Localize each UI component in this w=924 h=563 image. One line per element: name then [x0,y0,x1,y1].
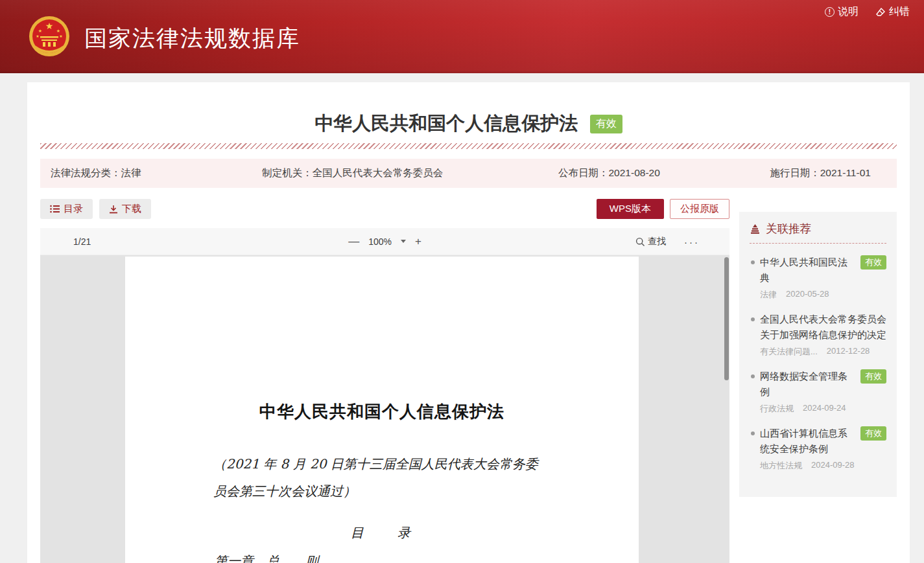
viewer-toolbar: 1/21 — 100% + 查找 [40,228,729,255]
doc-title-row: 中华人民共和国个人信息保护法 有效 [40,82,897,141]
pdf-toc-heading: 目 录 [125,524,639,542]
related-item-title[interactable]: 山西省计算机信息系统安全保护条例 [760,426,855,457]
related-item-body: 网络数据安全管理条例 有效 行政法规 2024-09-24 [760,369,886,415]
search-icon [635,237,645,247]
pdf-doc-title: 中华人民共和国个人信息保护法 [125,400,639,423]
pdf-scrollbar[interactable] [724,257,729,380]
meta-publish-label: 公布日期： [558,167,609,178]
main-column: 目录 下载 WPS版本 公报原版 1/21 — [40,199,729,563]
error-correction-label: 纠错 [889,5,910,19]
doc-title: 中华人民共和国个人信息保护法 [314,111,578,137]
content-card: 中华人民共和国个人信息保护法 有效 法律法规分类：法律 制定机关：全国人民代表大… [27,82,910,563]
info-icon: ! [825,7,835,17]
pdf-subtitle: （2021 年 8 月 20 日第十三届全国人民代表大会常务委 员会第三十次会议… [125,450,639,505]
zoom-out-button[interactable]: — [348,236,359,247]
related-item-top: 全国人民代表大会常务委员会关于加强网络信息保护的决定 [760,312,886,343]
download-button[interactable]: 下载 [99,199,151,219]
site-title: 国家法律法规数据库 [84,23,300,54]
find-button-label: 查找 [648,236,666,247]
pdf-chapter-line: 第一章 总 则 [125,553,639,563]
related-item: 全国人民代表大会常务委员会关于加强网络信息保护的决定 有关法律问题... 201… [750,312,886,358]
bullet-icon [751,317,755,321]
more-options-button[interactable]: ··· [684,236,700,247]
help-link[interactable]: ! 说明 [825,5,859,19]
related-item-meta: 地方性法规 2024-09-28 [760,460,886,472]
meta-effective-value: 2021-11-01 [820,167,871,178]
zoom-dropdown-caret[interactable] [401,240,406,243]
list-icon [50,205,60,213]
find-button[interactable]: 查找 [635,236,666,247]
error-correction-link[interactable]: 纠错 [875,5,910,19]
pdf-viewer: 1/21 — 100% + 查找 [40,228,729,563]
wps-version-button[interactable]: WPS版本 [597,199,664,219]
svg-text:★: ★ [38,29,42,33]
meta-effective-date: 施行日期：2021-11-01 [770,167,897,180]
main-row: 目录 下载 WPS版本 公报原版 1/21 — [40,199,897,563]
download-icon [109,205,118,214]
national-emblem-logo: ★ ★ ★ ★ ★ [29,16,70,57]
related-item-category: 地方性法规 [760,460,802,472]
svg-text:★: ★ [56,29,60,33]
download-button-label: 下载 [122,203,141,215]
bullet-icon [751,260,755,264]
related-item: 网络数据安全管理条例 有效 行政法规 2024-09-24 [750,369,886,415]
meta-category-value: 法律 [121,167,141,178]
meta-effective-label: 施行日期： [770,167,820,178]
related-divider [750,243,886,244]
pdf-subtitle-line1: （2021 年 8 月 20 日第十三届全国人民代表大会常务委 [213,450,551,477]
meta-publish-date: 公布日期：2021-08-20 [558,167,770,180]
meta-publish-value: 2021-08-20 [609,167,660,178]
stack-icon [750,224,761,234]
help-link-label: 说明 [838,5,859,19]
svg-text:★: ★ [45,21,54,31]
hatched-divider [40,143,897,149]
related-item: 山西省计算机信息系统安全保护条例 有效 地方性法规 2024-09-28 [750,426,886,472]
eraser-icon [875,7,886,17]
related-item-date: 2024-09-24 [803,403,846,415]
bullet-icon [751,431,755,435]
related-item: 中华人民共和国民法典 有效 法律 2020-05-28 [750,255,886,301]
related-item-date: 2020-05-28 [786,289,829,301]
related-item-body: 山西省计算机信息系统安全保护条例 有效 地方性法规 2024-09-28 [760,426,886,472]
status-badge: 有效 [590,115,622,133]
related-item-title[interactable]: 网络数据安全管理条例 [760,369,855,400]
meta-category: 法律法规分类：法律 [51,167,262,180]
related-header: 关联推荐 [750,221,886,236]
meta-category-label: 法律法规分类： [51,167,121,178]
related-item-category: 法律 [760,289,777,301]
bullet-icon [751,374,755,378]
pdf-subtitle-line2: 员会第三十次会议通过） [213,477,551,505]
toolbar-right: 查找 ··· [635,228,700,255]
toc-button[interactable]: 目录 [40,199,93,219]
pdf-area: 中华人民共和国个人信息保护法 （2021 年 8 月 20 日第十三届全国人民代… [40,255,729,563]
related-item-meta: 法律 2020-05-28 [760,289,886,301]
related-item-date: 2024-09-28 [811,460,855,472]
meta-bar: 法律法规分类：法律 制定机关：全国人民代表大会常务委员会 公布日期：2021-0… [40,159,897,188]
sidebar: 关联推荐 中华人民共和国民法典 有效 法律 2020-05-28 [739,212,897,563]
related-item-top: 中华人民共和国民法典 有效 [760,255,886,286]
related-status-badge: 有效 [860,369,886,384]
related-item-title[interactable]: 中华人民共和国民法典 [760,255,855,286]
related-item-date: 2012-12-28 [827,346,870,358]
related-header-title: 关联推荐 [766,221,811,236]
related-item-category: 有关法律问题... [760,346,818,358]
zoom-level: 100% [368,236,392,247]
related-item-title[interactable]: 全国人民代表大会常务委员会关于加强网络信息保护的决定 [760,312,886,343]
meta-authority-label: 制定机关： [262,167,313,178]
related-item-meta: 行政法规 2024-09-24 [760,403,886,415]
related-status-badge: 有效 [860,255,886,270]
header-links: ! 说明 纠错 [825,5,910,19]
related-recommendations-box: 关联推荐 中华人民共和国民法典 有效 法律 2020-05-28 [739,212,897,497]
zoom-in-button[interactable]: + [415,236,421,247]
meta-authority-value: 全国人民代表大会常务委员会 [313,167,444,178]
toc-button-label: 目录 [64,203,83,215]
site-header: ★ ★ ★ ★ ★ 国家法律法规数据库 ! 说明 纠错 [0,0,924,73]
actions-row: 目录 下载 WPS版本 公报原版 [40,199,729,219]
svg-text:★: ★ [59,34,62,38]
meta-authority: 制定机关：全国人民代表大会常务委员会 [262,167,558,180]
pdf-page: 中华人民共和国个人信息保护法 （2021 年 8 月 20 日第十三届全国人民代… [125,257,639,563]
related-item-top: 山西省计算机信息系统安全保护条例 有效 [760,426,886,457]
gazette-original-button[interactable]: 公报原版 [670,199,729,219]
svg-text:★: ★ [36,34,39,38]
related-item-body: 中华人民共和国民法典 有效 法律 2020-05-28 [760,255,886,301]
